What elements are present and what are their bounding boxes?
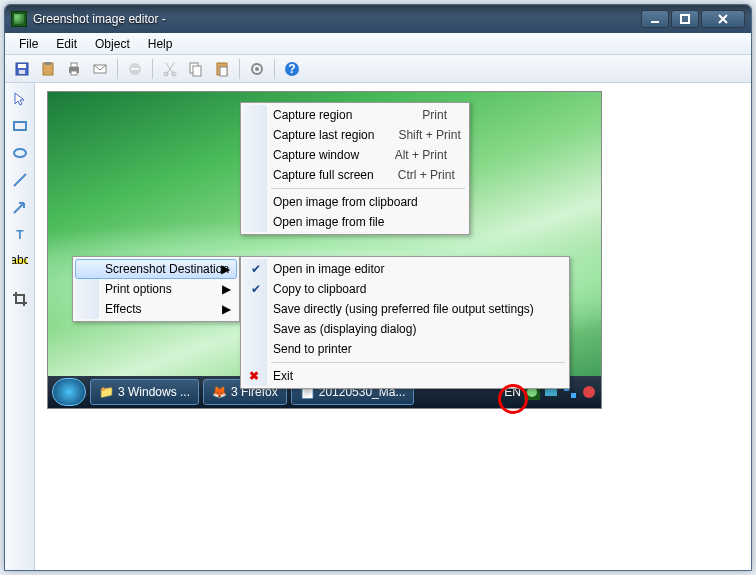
separator [271,362,565,363]
help-button[interactable]: ? [281,58,303,80]
svg-point-32 [583,386,595,398]
menu-item[interactable]: ✔Copy to clipboard [243,279,567,299]
menu-item[interactable]: Capture full screenCtrl + Print [243,165,467,185]
window-title: Greenshot image editor - [33,12,641,26]
arrow-tool[interactable] [8,195,32,219]
check-icon: ✔ [248,262,264,276]
separator [117,59,118,79]
svg-rect-2 [18,64,26,68]
menu-item[interactable]: Save as (displaying dialog) [243,319,567,339]
svg-rect-22 [14,122,26,130]
text-tool[interactable]: T [8,222,32,246]
svg-rect-15 [193,66,201,76]
menu-item[interactable]: Open image from clipboard [243,192,467,212]
line-tool[interactable] [8,168,32,192]
separator [152,59,153,79]
menu-item[interactable]: Capture last regionShift + Print [243,125,467,145]
highlight-tool[interactable]: abc [8,249,32,273]
svg-rect-3 [19,70,25,74]
menu-item[interactable]: Effects▶ [75,299,237,319]
svg-rect-31 [571,393,576,398]
separator [239,59,240,79]
copy-button[interactable] [185,58,207,80]
menu-help[interactable]: Help [140,35,181,53]
app-icon [11,11,27,27]
svg-rect-0 [681,15,689,23]
close-icon: ✖ [249,369,259,383]
menu-file[interactable]: File [11,35,46,53]
svg-point-23 [14,149,26,157]
check-icon: ✔ [248,282,264,296]
menu-item[interactable]: Screenshot Destination▶ [75,259,237,279]
chevron-right-icon: ▶ [222,302,231,316]
svg-rect-11 [131,68,139,70]
svg-point-12 [164,72,168,76]
email-button[interactable] [89,58,111,80]
settings-submenu[interactable]: Screenshot Destination▶Print options▶Eff… [72,256,240,322]
maximize-button[interactable] [671,10,699,28]
menu-item[interactable]: Print options▶ [75,279,237,299]
clipboard-button[interactable] [37,58,59,80]
start-button[interactable] [52,378,86,406]
menu-edit[interactable]: Edit [48,35,85,53]
tool-tray: T abc [5,83,35,570]
svg-text:T: T [16,228,24,242]
ellipse-tool[interactable] [8,141,32,165]
cut-button[interactable] [159,58,181,80]
rect-tool[interactable] [8,114,32,138]
separator [271,188,465,189]
menu-item-exit[interactable]: ✖ Exit [243,366,567,386]
svg-rect-5 [45,62,51,65]
svg-text:?: ? [288,62,295,76]
menu-object[interactable]: Object [87,35,138,53]
task-windows[interactable]: 📁3 Windows ... [90,379,199,405]
menu-item[interactable]: Capture windowAlt + Print [243,145,467,165]
print-button[interactable] [63,58,85,80]
tray-icon[interactable] [581,384,597,400]
undo-button[interactable] [124,58,146,80]
menu-item[interactable]: Capture regionPrint [243,105,467,125]
svg-rect-8 [71,71,77,75]
menu-item[interactable]: Send to printer [243,339,567,359]
toolbar: ? [5,55,751,83]
svg-point-13 [172,72,176,76]
titlebar[interactable]: Greenshot image editor - [5,5,751,33]
annotation-circle [498,384,528,414]
pointer-tool[interactable] [8,87,32,111]
settings-button[interactable] [246,58,268,80]
minimize-button[interactable] [641,10,669,28]
svg-rect-29 [545,388,557,396]
destination-submenu[interactable]: ✔Open in image editor✔Copy to clipboardS… [240,256,570,389]
tray-context-menu[interactable]: Capture regionPrintCapture last regionSh… [240,102,470,235]
chevron-right-icon: ▶ [221,262,230,276]
separator [274,59,275,79]
menu-item[interactable]: Open image from file [243,212,467,232]
svg-text:abc: abc [12,253,28,267]
menu-item[interactable]: ✔Open in image editor [243,259,567,279]
menubar: File Edit Object Help [5,33,751,55]
menu-item[interactable]: Save directly (using preferred file outp… [243,299,567,319]
save-button[interactable] [11,58,33,80]
svg-point-19 [255,67,259,71]
close-button[interactable] [701,10,745,28]
chevron-right-icon: ▶ [222,282,231,296]
crop-tool[interactable] [8,287,32,311]
svg-rect-7 [71,63,77,67]
svg-rect-17 [220,67,227,76]
paste-button[interactable] [211,58,233,80]
